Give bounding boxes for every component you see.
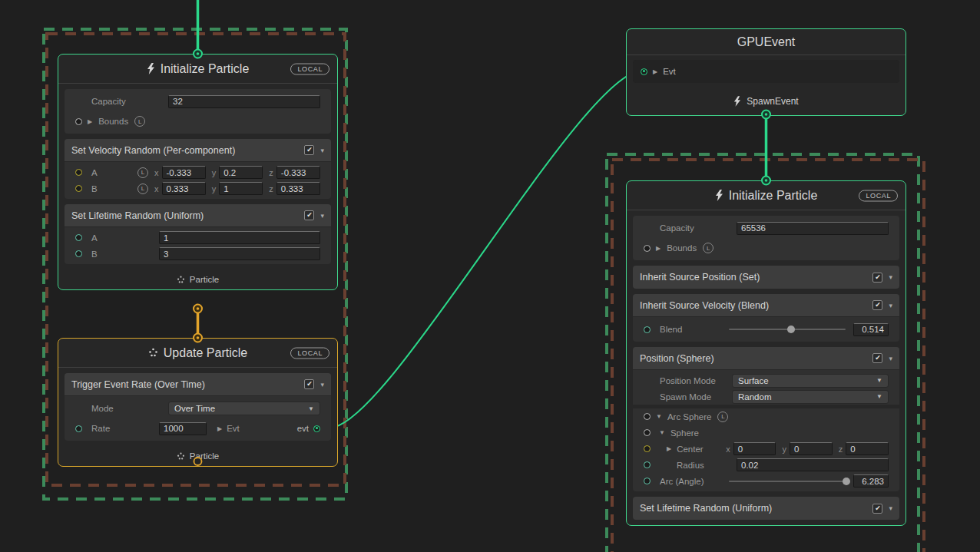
port-b[interactable] [75,250,82,257]
local-space-indicator[interactable]: L [134,116,145,127]
local-space-indicator[interactable]: L [703,243,713,253]
block-enabled-checkbox[interactable]: ✔ [304,379,314,389]
mode-dropdown[interactable]: Over Time ▼ [168,402,320,415]
position-mode-value: Surface [738,376,769,385]
arc-angle-row: Arc (Angle) 6.283 [633,473,899,489]
port-b[interactable] [75,185,82,192]
value-field[interactable]: 1 [159,231,320,244]
block-inherit-source-position[interactable]: Inherit Source Position (Set) ✔ ▾ [633,266,899,289]
vector-y-field[interactable]: 1 [219,182,263,195]
block-title: Set Velocity Random (Per-component) [71,145,304,156]
evt-input-port[interactable] [641,68,647,75]
context-header[interactable]: Initialize Particle LOCAL [627,181,906,210]
value-field[interactable]: 3 [159,247,320,260]
foldout-closed-icon[interactable]: ▶ [656,245,661,252]
context-gpuevent[interactable]: GPUEvent ▶ Evt SpawnEvent [626,28,906,116]
block-header[interactable]: Set Velocity Random (Per-component) ✔ ▾ [65,139,331,162]
collapse-chevron-icon[interactable]: ▾ [889,302,892,309]
block-trigger-event-rate[interactable]: Trigger Event Rate (Over Time) ✔ ▾ Mode … [65,373,331,441]
foldout-closed-icon[interactable]: ▶ [667,445,671,452]
collapse-chevron-icon[interactable]: ▾ [320,381,324,388]
center-z-field[interactable]: 0 [846,442,889,455]
spawn-mode-dropdown[interactable]: Random ▼ [732,390,889,404]
context-initialize-particle-right[interactable]: Initialize Particle LOCAL Capacity 65536… [626,180,906,526]
port-a[interactable] [75,169,82,176]
center-y-field[interactable]: 0 [790,442,833,455]
rate-port[interactable] [75,425,82,432]
space-badge[interactable]: LOCAL [290,347,329,359]
capacity-field[interactable]: 32 [168,95,320,108]
block-enabled-checkbox[interactable]: ✔ [872,504,882,514]
blend-slider-knob[interactable] [787,326,795,333]
port-a[interactable] [75,234,82,241]
vector-z-field[interactable]: -0.333 [276,166,320,179]
foldout-open-icon[interactable]: ▼ [659,429,665,436]
block-inherit-source-velocity[interactable]: Inherit Source Velocity (Blend) ✔ ▾ Blen… [633,294,899,342]
vector-z-field[interactable]: 0.333 [276,182,320,195]
radius-port[interactable] [644,461,651,468]
block-header[interactable]: Position (Sphere) ✔ ▾ [633,347,899,370]
evt-output-port[interactable] [313,425,320,432]
collapse-chevron-icon[interactable]: ▾ [889,273,892,281]
block-header[interactable]: Inherit Source Position (Set) ✔ ▾ [633,266,899,289]
context-header[interactable]: Initialize Particle LOCAL [58,55,337,84]
block-set-lifetime-random[interactable]: Set Lifetime Random (Uniform) ✔ ▾ A 1 B … [65,204,331,264]
collapse-chevron-icon[interactable]: ▾ [889,504,892,512]
block-header[interactable]: Set Lifetime Random (Uniform) ✔ ▾ [65,204,331,227]
block-position-sphere[interactable]: Position (Sphere) ✔ ▾ Position Mode Surf… [633,347,899,491]
block-header[interactable]: Inherit Source Velocity (Blend) ✔ ▾ [633,294,899,317]
spawn-event-label: SpawnEvent [747,96,798,107]
sphere-row: ▼ Sphere [633,425,899,441]
context-output-particle[interactable]: Particle [58,269,337,289]
context-update-particle[interactable]: Update Particle LOCAL Trigger Event Rate… [58,338,338,467]
block-enabled-checkbox[interactable]: ✔ [872,353,882,363]
context-header[interactable]: GPUEvent [627,29,906,55]
local-space-indicator[interactable]: L [137,183,148,194]
block-header[interactable]: Set Lifetime Random (Uniform) ✔ ▾ [633,497,899,520]
bounds-port[interactable] [75,118,82,125]
block-enabled-checkbox[interactable]: ✔ [872,273,882,283]
arc-sphere-port[interactable] [644,413,651,420]
vector-x-field[interactable]: -0.333 [162,166,206,179]
foldout-closed-icon[interactable]: ▶ [88,118,92,125]
local-space-indicator[interactable]: L [137,167,148,178]
block-enabled-checkbox[interactable]: ✔ [304,210,314,220]
spawn-event-output[interactable]: SpawnEvent [627,88,906,115]
center-x-field[interactable]: 0 [733,442,776,455]
collapse-chevron-icon[interactable]: ▾ [320,212,324,220]
collapse-chevron-icon[interactable]: ▾ [320,147,324,154]
arc-slider[interactable] [727,474,847,488]
local-space-indicator[interactable]: L [717,412,728,422]
arc-value-field[interactable]: 6.283 [853,474,889,488]
context-initialize-particle-left[interactable]: Initialize Particle LOCAL Capacity 32 ▶ … [58,54,338,290]
vector-x-field[interactable]: 0.333 [162,182,206,195]
evt-foldout[interactable]: ▶ Evt [217,424,240,433]
axis-z-label: z [839,445,843,454]
vfx-graph-canvas[interactable]: Initialize Particle LOCAL Capacity 32 ▶ … [0,0,980,552]
blend-port[interactable] [644,326,651,333]
block-enabled-checkbox[interactable]: ✔ [304,145,314,155]
radius-field[interactable]: 0.02 [737,458,889,471]
capacity-field[interactable]: 65536 [737,222,889,235]
wire-evt-to-gpuevent[interactable] [330,71,642,428]
arc-slider-knob[interactable] [843,478,850,485]
bounds-port[interactable] [644,245,651,252]
block-enabled-checkbox[interactable]: ✔ [872,300,882,310]
collapse-chevron-icon[interactable]: ▾ [889,355,892,362]
center-port[interactable] [644,445,651,452]
space-badge[interactable]: LOCAL [859,190,898,201]
block-header[interactable]: Trigger Event Rate (Over Time) ✔ ▾ [65,373,331,396]
vector-y-field[interactable]: 0.2 [219,166,263,179]
context-header[interactable]: Update Particle LOCAL [58,339,337,368]
context-output-particle[interactable]: Particle [58,446,337,466]
sphere-port[interactable] [644,429,651,436]
foldout-open-icon[interactable]: ▼ [656,413,662,420]
block-set-lifetime-random[interactable]: Set Lifetime Random (Uniform) ✔ ▾ [633,497,899,520]
arc-port[interactable] [644,478,651,484]
block-set-velocity-random[interactable]: Set Velocity Random (Per-component) ✔ ▾ … [65,139,331,199]
space-badge[interactable]: LOCAL [290,63,329,74]
blend-value-field[interactable]: 0.514 [853,323,889,336]
position-mode-dropdown[interactable]: Surface ▼ [732,374,889,388]
rate-field[interactable]: 1000 [159,422,207,435]
blend-slider[interactable] [727,322,847,336]
